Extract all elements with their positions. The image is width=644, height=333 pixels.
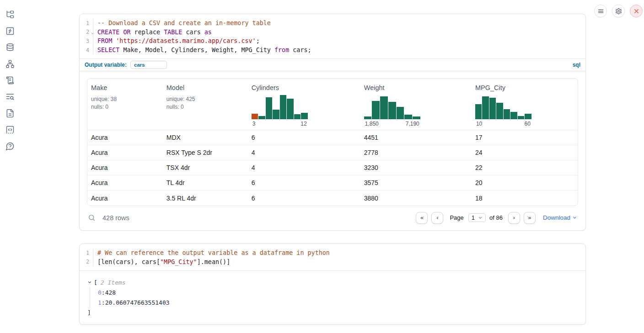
page-label: Page <box>450 214 463 221</box>
table-footer: 428 rows « ‹ Page 1 of 86 › » Download <box>87 209 578 227</box>
tree-entry: 0: 428 <box>90 287 578 298</box>
code-line: 2[len(cars), cars["MPG_City"].mean()] <box>80 258 585 267</box>
snippets-icon[interactable] <box>5 125 15 134</box>
database-icon[interactable] <box>5 43 15 52</box>
histogram-bar[interactable] <box>475 104 482 119</box>
gear-icon <box>615 8 622 15</box>
function-square-icon[interactable] <box>5 26 15 36</box>
table-cell: Acura <box>87 175 163 190</box>
column-stat: unique: 425 <box>166 95 244 103</box>
table-cell: 3.5 RL 4dr <box>163 190 248 206</box>
help-icon[interactable] <box>5 142 15 151</box>
table-row[interactable]: AcuraTSX 4dr4323022 <box>87 160 578 175</box>
column-header-cylinders[interactable]: Cylinders312 <box>248 79 360 130</box>
python-editor[interactable]: 1# We can reference the output variable … <box>80 244 585 270</box>
collapse-chevron-icon[interactable] <box>87 280 92 285</box>
histogram-bar[interactable] <box>504 109 510 119</box>
histogram-bar[interactable] <box>258 116 265 119</box>
histogram-bar[interactable] <box>413 116 420 119</box>
histogram-bar[interactable] <box>518 116 525 119</box>
dependency-graph-icon[interactable] <box>5 59 15 69</box>
first-page-button[interactable]: « <box>416 212 428 224</box>
settings-button[interactable] <box>612 5 625 17</box>
histogram-bar[interactable] <box>404 115 412 119</box>
open-bracket: [ <box>94 279 97 286</box>
page-select[interactable]: 1 <box>468 213 486 222</box>
histogram-bar[interactable] <box>287 99 294 119</box>
document-icon[interactable] <box>5 109 15 118</box>
histogram-bar[interactable] <box>294 114 301 119</box>
close-icon <box>633 8 640 15</box>
column-title: Weight <box>364 84 468 91</box>
table-row[interactable]: Acura3.5 RL 4dr6388018 <box>87 190 578 206</box>
line-number: 2 <box>80 258 93 267</box>
histogram-bar[interactable] <box>280 95 287 119</box>
menu-button[interactable] <box>594 5 607 17</box>
download-label: Download <box>543 214 570 221</box>
histogram-bar[interactable] <box>372 101 380 119</box>
hamburger-icon <box>597 8 604 15</box>
histogram-bar[interactable] <box>510 112 517 119</box>
column-stat: unique: 38 <box>91 95 159 103</box>
code-text: SELECT Make, Model, Cylinders, Weight, M… <box>97 47 311 53</box>
python-output-tree: [ 2 Items 0: 4281: 20.060747663551403 ] <box>80 270 585 324</box>
logs-search-icon[interactable] <box>5 92 15 101</box>
code-text: # We can reference the output variable a… <box>97 249 330 256</box>
histogram-bar[interactable] <box>482 96 489 119</box>
table-cell: Acura <box>87 160 163 175</box>
output-variable-input[interactable] <box>130 61 167 69</box>
scroll-text-icon[interactable] <box>5 76 15 85</box>
column-header-make[interactable]: Makeunique: 38nulls: 0 <box>87 79 163 130</box>
table-cell: RSX Type S 2dr <box>163 145 248 160</box>
tree-entry-key: 0 <box>98 289 102 296</box>
sql-cell: 1-- Download a CSV and create an in-memo… <box>79 14 586 231</box>
table-cell: 2778 <box>360 145 472 160</box>
column-histogram <box>475 95 531 119</box>
close-bracket: ] <box>87 308 578 317</box>
file-tree-icon[interactable] <box>5 10 15 19</box>
chevron-down-icon <box>478 216 483 220</box>
data-table: Makeunique: 38nulls: 0Modelunique: 425nu… <box>87 78 578 206</box>
output-variable-label: Output variable: <box>85 62 127 68</box>
sql-editor[interactable]: 1-- Download a CSV and create an in-memo… <box>80 14 585 58</box>
next-page-button[interactable]: › <box>508 212 520 224</box>
histogram-min-label: 3 <box>252 121 256 127</box>
histogram-bar[interactable] <box>380 96 388 119</box>
shutdown-button[interactable] <box>630 5 643 17</box>
download-button[interactable]: Download <box>543 214 577 221</box>
table-row[interactable]: AcuraTL 4dr6357520 <box>87 175 578 190</box>
table-row[interactable]: AcuraMDX6445117 <box>87 130 578 145</box>
histogram-bar[interactable] <box>397 107 404 119</box>
column-stat: nulls: 0 <box>91 103 159 111</box>
tree-entry-value: 428 <box>105 289 116 296</box>
table-cell: Acura <box>87 130 163 145</box>
histogram-bar[interactable] <box>364 116 372 119</box>
line-number: 3 <box>80 37 93 46</box>
column-header-weight[interactable]: Weight1,8507,190 <box>360 79 472 130</box>
items-count-label: 2 Items <box>101 279 126 286</box>
code-line: 2CREATE OR replace TABLE cars as <box>80 28 585 37</box>
histogram-bar[interactable] <box>489 98 496 119</box>
histogram-bar[interactable] <box>301 113 308 119</box>
histogram-bar[interactable] <box>266 97 273 119</box>
fold-chevron-icon[interactable] <box>91 32 94 35</box>
last-page-button[interactable]: » <box>524 212 536 224</box>
histogram-min-label: 10 <box>476 121 482 127</box>
histogram-bar[interactable] <box>273 110 279 119</box>
histogram-bar[interactable] <box>388 102 396 119</box>
search-icon[interactable] <box>88 214 96 222</box>
column-header-model[interactable]: Modelunique: 425nulls: 0 <box>163 79 248 130</box>
previous-page-button[interactable]: ‹ <box>431 212 443 224</box>
table-cell: TSX 4dr <box>163 160 248 175</box>
histogram-bar[interactable] <box>252 114 258 119</box>
column-stat: nulls: 0 <box>166 103 244 111</box>
sql-output-variable-bar: Output variable: sql <box>80 58 585 71</box>
histogram-bar[interactable] <box>525 114 531 119</box>
table-row[interactable]: AcuraRSX Type S 2dr4277824 <box>87 145 578 160</box>
column-title: Model <box>166 84 244 91</box>
code-text: [len(cars), cars["MPG_City"].mean()] <box>97 259 230 265</box>
column-header-mpg_city[interactable]: MPG_City1060 <box>472 79 578 130</box>
histogram-bar[interactable] <box>496 103 503 119</box>
table-cell: 6 <box>248 190 360 206</box>
code-line: 4SELECT Make, Model, Cylinders, Weight, … <box>80 46 585 55</box>
